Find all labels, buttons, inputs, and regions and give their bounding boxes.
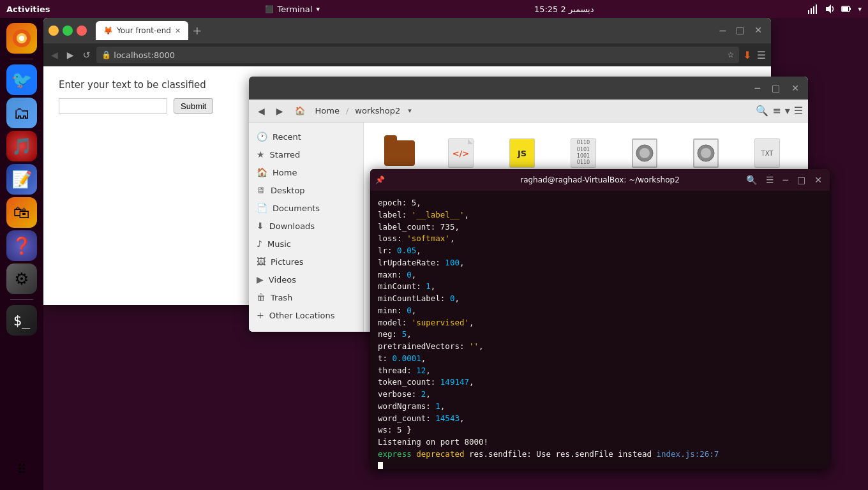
fm-search-btn[interactable]: 🔍 bbox=[756, 105, 768, 117]
term-minimize-btn[interactable]: ─ bbox=[781, 175, 791, 185]
dock-help[interactable]: ❓ bbox=[6, 230, 37, 261]
activities-label[interactable]: Activities bbox=[6, 4, 50, 14]
svg-rect-1 bbox=[811, 8, 812, 14]
sidebar-item-trash[interactable]: 🗑 Trash bbox=[249, 288, 363, 306]
hamburger-menu[interactable]: ☰ bbox=[757, 49, 766, 61]
forward-btn[interactable]: ▶ bbox=[64, 48, 77, 61]
fm-options-btn[interactable]: ☰ bbox=[794, 105, 803, 117]
fm-forward-btn[interactable]: ▶ bbox=[273, 103, 287, 119]
fm-view-list-btn[interactable]: ≡ bbox=[772, 105, 781, 117]
svg-marker-4 bbox=[826, 4, 831, 13]
svg-rect-6 bbox=[849, 8, 851, 10]
term-line: minCountLabel: 0, bbox=[378, 293, 822, 305]
win-close-ctrl[interactable]: ✕ bbox=[751, 25, 766, 37]
dock: 🐦 🗂 🎵 📝 🛍 ❓ ⚙ $_ ⠿ bbox=[0, 18, 43, 490]
term-maximize-btn[interactable]: □ bbox=[795, 175, 808, 185]
browser-tabs: 🦊 Your front-end ✕ + bbox=[96, 21, 712, 40]
fm-window-controls: ─ □ ✕ bbox=[751, 83, 803, 93]
reload-btn[interactable]: ↺ bbox=[80, 48, 93, 61]
new-tab-btn[interactable]: + bbox=[192, 25, 202, 36]
sidebar-item-desktop[interactable]: 🖥 Desktop bbox=[249, 181, 363, 199]
dropdown-arrow[interactable]: ▾ bbox=[858, 5, 862, 13]
dock-libreoffice[interactable]: 📝 bbox=[6, 164, 37, 195]
browser-chrome: 🦊 Your front-end ✕ + ─ □ ✕ bbox=[43, 18, 771, 43]
win-minimize-ctrl[interactable]: ─ bbox=[715, 25, 730, 37]
dock-apps-grid[interactable]: ⠿ bbox=[6, 454, 37, 485]
tab-title: Your front-end bbox=[117, 26, 171, 35]
package-json-icon bbox=[629, 138, 660, 168]
fm-maximize-btn[interactable]: □ bbox=[768, 83, 784, 93]
term-line: model: 'supervised', bbox=[378, 317, 822, 329]
sidebar-item-starred[interactable]: ★ Starred bbox=[249, 145, 363, 163]
topbar: Activities ⬛ Terminal ▾ ديسمبر 2 15:25 ▾ bbox=[0, 0, 868, 18]
terminal-window: 📌 raghad@raghad-VirtualBox: ~/workshop2 … bbox=[370, 169, 830, 469]
term-close-btn[interactable]: ✕ bbox=[812, 175, 825, 185]
term-line: neg: 5, bbox=[378, 329, 822, 341]
term-line: label_count: 735, bbox=[378, 221, 822, 234]
fm-back-btn[interactable]: ◀ bbox=[254, 103, 269, 119]
svg-point-12 bbox=[640, 148, 650, 158]
browser-minimize-btn[interactable] bbox=[49, 26, 59, 36]
dock-appstore[interactable]: 🛍 bbox=[6, 197, 37, 228]
fm-minimize-btn[interactable]: ─ bbox=[751, 83, 764, 93]
breadcrumb-dropdown[interactable]: ▾ bbox=[408, 107, 412, 115]
sidebar-item-recent[interactable]: 🕐 Recent bbox=[249, 128, 363, 145]
term-win-btns: 🔍 ☰ ─ □ ✕ bbox=[744, 175, 825, 185]
js-icon: JS bbox=[507, 138, 537, 168]
term-menu-btn[interactable]: ☰ bbox=[763, 175, 777, 185]
bookmark-star[interactable]: ☆ bbox=[727, 50, 734, 59]
win-maximize-ctrl[interactable]: □ bbox=[732, 25, 748, 37]
term-line: word_count: 14543, bbox=[378, 413, 822, 425]
volume-icon bbox=[825, 4, 835, 14]
svg-point-14 bbox=[701, 148, 711, 158]
sidebar-item-home[interactable]: 🏠 Home bbox=[249, 163, 363, 181]
classify-input[interactable] bbox=[59, 98, 167, 114]
svg-rect-0 bbox=[808, 10, 809, 14]
browser-close-btn[interactable] bbox=[77, 26, 87, 36]
sidebar-item-pictures[interactable]: 🖼 Pictures bbox=[249, 253, 363, 271]
bookmark-icon[interactable]: ⬇ bbox=[743, 49, 751, 61]
term-line: ws: 5 } bbox=[378, 424, 822, 436]
term-line: token_count: 149147, bbox=[378, 376, 822, 389]
term-line: t: 0.0001, bbox=[378, 353, 822, 365]
svg-rect-7 bbox=[842, 7, 848, 11]
browser-tab-active[interactable]: 🦊 Your front-end ✕ bbox=[96, 21, 188, 40]
browser-maximize-btn[interactable] bbox=[63, 26, 73, 36]
dock-rhythmbox[interactable]: 🎵 bbox=[6, 131, 37, 161]
term-line: label: '__label__', bbox=[378, 209, 822, 221]
videos-icon: ▶ bbox=[257, 274, 264, 285]
fm-breadcrumb: 🏠 Home / workshop2 ▾ bbox=[291, 105, 412, 117]
dock-files[interactable]: 🗂 bbox=[6, 98, 37, 128]
dock-terminal[interactable]: $_ bbox=[6, 305, 37, 336]
url-bar[interactable]: 🔒 localhost:8000 ☆ bbox=[96, 47, 739, 63]
urlbar-right-icons: ⬇ ☰ bbox=[743, 49, 766, 61]
window-controls: ─ □ ✕ bbox=[715, 25, 766, 37]
topbar-terminal-label[interactable]: Terminal bbox=[278, 4, 313, 14]
sidebar-label-trash: Trash bbox=[271, 293, 292, 302]
sidebar-item-downloads[interactable]: ⬇ Downloads bbox=[249, 217, 363, 235]
term-line: thread: 12, bbox=[378, 365, 822, 377]
term-line: lr: 0.05, bbox=[378, 245, 822, 257]
fm-view-toggle-btn[interactable]: ▾ bbox=[785, 105, 790, 117]
breadcrumb-home-icon[interactable]: 🏠 bbox=[291, 105, 309, 117]
security-icon: 🔒 bbox=[101, 50, 111, 59]
breadcrumb-home[interactable]: Home bbox=[311, 105, 343, 117]
sidebar-item-music[interactable]: ♪ Music bbox=[249, 235, 363, 253]
term-search-btn[interactable]: 🔍 bbox=[744, 175, 760, 185]
pictures-icon: 🖼 bbox=[257, 256, 266, 267]
sidebar-label-starred: Starred bbox=[270, 150, 301, 160]
svg-rect-2 bbox=[813, 6, 814, 14]
term-line: loss: 'softmax', bbox=[378, 233, 822, 245]
fm-close-btn[interactable]: ✕ bbox=[788, 83, 803, 93]
sidebar-item-other-locations[interactable]: + Other Locations bbox=[249, 306, 363, 324]
back-btn[interactable]: ◀ bbox=[49, 48, 61, 61]
submit-btn[interactable]: Submit bbox=[174, 98, 213, 114]
dock-thunderbird[interactable]: 🐦 bbox=[6, 64, 37, 95]
breadcrumb-folder[interactable]: workshop2 bbox=[351, 105, 404, 117]
sidebar-item-videos[interactable]: ▶ Videos bbox=[249, 271, 363, 288]
sidebar-item-documents[interactable]: 📄 Documents bbox=[249, 199, 363, 217]
dock-firefox[interactable] bbox=[6, 23, 37, 54]
dock-settings[interactable]: ⚙ bbox=[6, 264, 37, 294]
term-content[interactable]: epoch: 5, label: '__label__', label_coun… bbox=[370, 191, 830, 469]
tab-close-btn[interactable]: ✕ bbox=[175, 27, 181, 35]
